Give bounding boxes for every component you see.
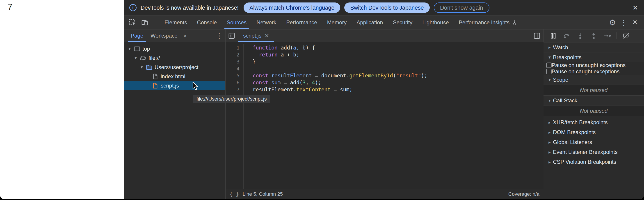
sidebar-section-csp-violation-breakpoints[interactable]: ▸CSP Violation Breakpoints	[544, 157, 644, 167]
tab-memory[interactable]: Memory	[322, 15, 352, 29]
code-line-3: }	[252, 58, 428, 65]
checkbox-box[interactable]	[546, 62, 552, 68]
line-number-1[interactable]: 1	[226, 44, 243, 51]
line-number-6[interactable]: 6	[226, 79, 243, 86]
sidebar-section-xhr-fetch-breakpoints[interactable]: ▸XHR/fetch Breakpoints	[544, 117, 644, 127]
expander-triangle-icon[interactable]: ▸	[546, 150, 553, 155]
step-over-icon[interactable]	[562, 31, 572, 41]
deactivate-breakpoints-icon[interactable]	[621, 31, 632, 41]
dont-show-again-button[interactable]: Don't show again	[434, 2, 490, 13]
sidebar-label: Pause on uncaught exceptions	[552, 62, 626, 68]
sidebar-label: Event Listener Breakpoints	[553, 149, 618, 155]
tab-label: Application	[356, 19, 383, 26]
line-number-4[interactable]: 4	[226, 65, 243, 72]
tab-performance[interactable]: Performance	[281, 15, 322, 29]
expander-triangle-icon[interactable]: ▸	[546, 160, 553, 165]
tab-label: Sources	[227, 19, 246, 26]
device-toolbar-icon[interactable]	[140, 17, 150, 27]
tab-performance-insights[interactable]: Performance insights	[454, 15, 522, 29]
checkbox-pause-on-uncaught-exceptions[interactable]: Pause on uncaught exceptions	[544, 62, 644, 68]
code-line-1: function add(a, b) {	[252, 44, 428, 51]
tab-lighthouse[interactable]: Lighthouse	[417, 15, 454, 29]
devtools-close-icon[interactable]: ✕	[630, 17, 640, 27]
expander-triangle-icon[interactable]: ▾	[138, 65, 145, 70]
navigator-tab-workspace[interactable]: Workspace	[147, 29, 181, 42]
more-options-kebab-icon[interactable]: ⋮	[619, 17, 629, 27]
flask-icon	[512, 19, 517, 25]
settings-gear-icon[interactable]: ⚙	[608, 17, 618, 27]
sidebar-label: Global Listeners	[553, 139, 592, 145]
sources-content: ▾top▾file://▾Users/user/projectindex.htm…	[124, 42, 644, 199]
expander-triangle-icon[interactable]: ▾	[546, 98, 553, 103]
infobar-close-icon[interactable]: ✕	[632, 4, 638, 12]
overflow-chevron-icon[interactable]: ››	[181, 29, 188, 42]
pretty-print-braces-icon[interactable]: { }	[230, 191, 239, 197]
tree-item-script-js[interactable]: script.js	[124, 81, 225, 90]
navigator-tab-page[interactable]: Page	[127, 29, 147, 42]
sidebar-section-dom-breakpoints[interactable]: ▸DOM Breakpoints	[544, 127, 644, 137]
tab-sources[interactable]: Sources	[222, 15, 252, 29]
sidebar-section-breakpoints[interactable]: ▾Breakpoints	[544, 52, 644, 62]
toggle-navigator-panel-icon[interactable]	[226, 29, 238, 42]
tree-item-file[interactable]: ▾file://	[124, 53, 225, 62]
tab-application[interactable]: Application	[352, 15, 388, 29]
step-out-icon[interactable]	[588, 31, 599, 41]
expander-triangle-icon[interactable]: ▸	[546, 140, 553, 145]
html-file-icon	[151, 73, 159, 80]
editor-tab-label: script.js	[243, 33, 262, 39]
always-match-language-button[interactable]: Always match Chrome's language	[244, 2, 340, 13]
code-area: 1234567 function add(a, b) { return a + …	[226, 42, 544, 189]
checkbox-pause-on-caught-exceptions[interactable]: Pause on caught exceptions	[544, 68, 644, 75]
tab-network[interactable]: Network	[252, 15, 281, 29]
tab-console[interactable]: Console	[192, 15, 222, 29]
tree-item-index-html[interactable]: index.html	[124, 72, 225, 81]
editor-tab-close-icon[interactable]: ✕	[264, 33, 269, 39]
editor-tab-scriptjs[interactable]: script.js ✕	[238, 29, 274, 42]
inspect-element-icon[interactable]	[128, 17, 138, 27]
expander-triangle-icon[interactable]: ▾	[132, 55, 139, 60]
tree-item-top[interactable]: ▾top	[124, 44, 225, 53]
step-into-icon[interactable]	[575, 31, 586, 41]
line-number-3[interactable]: 3	[226, 58, 243, 65]
line-number-5[interactable]: 5	[226, 72, 243, 79]
page-content: 7	[0, 0, 124, 199]
mouse-cursor	[192, 82, 200, 91]
tab-security[interactable]: Security	[388, 15, 418, 29]
sidebar-section-not-paused: Not paused	[544, 85, 644, 95]
checkbox-box[interactable]	[546, 69, 552, 74]
tree-item-label: file://	[148, 55, 160, 61]
expander-triangle-icon[interactable]: ▾	[126, 46, 133, 51]
line-number-2[interactable]: 2	[226, 51, 243, 58]
sidebar-section-global-listeners[interactable]: ▸Global Listeners	[544, 137, 644, 147]
line-number-7[interactable]: 7	[226, 86, 243, 93]
sidebar-section-event-listener-breakpoints[interactable]: ▸Event Listener Breakpoints	[544, 147, 644, 157]
sidebar-label: Breakpoints	[553, 54, 582, 60]
switch-devtools-japanese-button[interactable]: Switch DevTools to Japanese	[344, 2, 430, 13]
tab-label: Security	[393, 19, 412, 26]
tree-item-label: top	[142, 46, 150, 52]
page-result-text: 7	[8, 2, 12, 12]
expander-triangle-icon[interactable]: ▾	[546, 55, 553, 60]
expander-triangle-icon[interactable]: ▾	[546, 77, 553, 82]
code-line-7: resultElement.textContent = sum;	[252, 86, 428, 93]
debugger-controls	[544, 29, 644, 42]
step-icon[interactable]	[602, 31, 612, 41]
expander-triangle-icon[interactable]: ▸	[546, 45, 553, 50]
code-line-5: const resultElement = document.getElemen…	[252, 72, 428, 79]
file-path-tooltip: file:///Users/user/project/script.js	[193, 95, 270, 103]
sidebar-section-not-paused: Not paused	[544, 105, 644, 116]
toggle-debugger-sidebar-icon[interactable]	[531, 29, 543, 42]
tab-label: Performance	[286, 19, 317, 26]
sidebar-section-watch[interactable]: ▸Watch	[544, 42, 644, 52]
sidebar-section-scope[interactable]: ▾Scope	[544, 75, 644, 85]
tab-elements[interactable]: Elements	[160, 15, 192, 29]
sidebar-section-call-stack[interactable]: ▾Call Stack	[544, 95, 644, 105]
cloud-icon	[139, 56, 147, 60]
expander-triangle-icon[interactable]: ▸	[546, 120, 553, 125]
pause-icon[interactable]	[548, 31, 558, 41]
debug-toolbar-divider	[616, 32, 617, 39]
navigator-kebab-icon[interactable]: ⋮	[216, 29, 223, 42]
expander-triangle-icon[interactable]: ▸	[546, 130, 553, 135]
tree-item-users-user-project[interactable]: ▾Users/user/project	[124, 62, 225, 72]
code-editor[interactable]: 1234567 function add(a, b) { return a + …	[226, 42, 544, 199]
